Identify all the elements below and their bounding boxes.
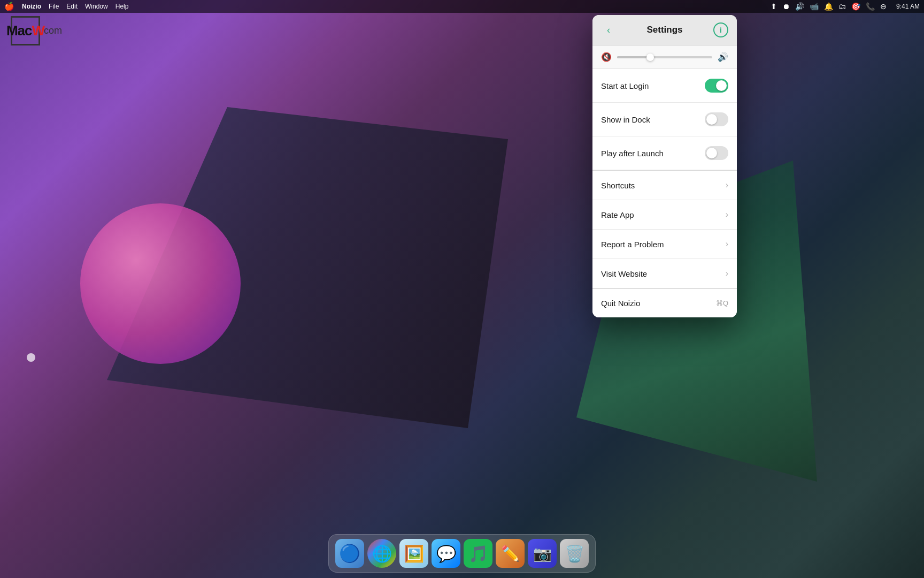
visit-website-chevron-icon: › xyxy=(726,269,728,278)
dock-item-chrome[interactable]: 🌐 xyxy=(367,539,396,568)
menubar-app-name[interactable]: Noizio xyxy=(22,3,41,10)
dock-item-photos[interactable]: 🖼️ xyxy=(399,539,428,568)
quit-row[interactable]: Quit Noizio ⌘Q xyxy=(592,289,737,317)
menubar-right: ⬆ ⏺ 🔊 📹 🔔 🗂 🎯 📞 ⊖ 9:41 AM xyxy=(771,2,920,11)
show-in-dock-label: Show in Dock xyxy=(601,115,650,124)
start-at-login-label: Start at Login xyxy=(601,81,649,90)
dock-item-finder[interactable]: 🔵 xyxy=(335,539,364,568)
settings-header: ‹ Settings i xyxy=(592,15,737,45)
toggle-thumb-2 xyxy=(706,114,717,125)
rate-app-label: Rate App xyxy=(601,210,634,219)
dock-item-screenium[interactable]: 📷 xyxy=(528,539,557,568)
volume-mute-icon: 🔇 xyxy=(601,52,612,62)
photos-icon: 🖼️ xyxy=(404,544,424,563)
start-at-login-row[interactable]: Start at Login xyxy=(592,69,737,103)
quit-shortcut: ⌘Q xyxy=(716,299,728,307)
dock-item-spotify[interactable]: 🎵 xyxy=(464,539,492,568)
apple-menu[interactable]: 🍎 xyxy=(4,2,14,11)
logo-w: W xyxy=(32,22,45,39)
menubar-window[interactable]: Window xyxy=(85,3,108,10)
menubar-icon-9[interactable]: ⊖ xyxy=(880,2,887,11)
report-problem-label: Report a Problem xyxy=(601,240,664,249)
dock-item-messages[interactable]: 💬 xyxy=(432,539,460,568)
settings-panel: ‹ Settings i 🔇 🔊 Start at Login Show in … xyxy=(592,15,737,317)
menubar-icon-2[interactable]: ⏺ xyxy=(782,2,790,11)
logo-border: MacW xyxy=(11,16,40,45)
info-icon: i xyxy=(720,26,722,34)
dock-item-sketchbook[interactable]: ✏️ xyxy=(496,539,525,568)
spotify-icon: 🎵 xyxy=(468,544,488,563)
volume-fill xyxy=(617,56,650,58)
logo-area: MacW .com xyxy=(11,16,62,45)
menubar-icon-5[interactable]: 🔔 xyxy=(824,2,833,11)
shortcuts-label: Shortcuts xyxy=(601,181,635,190)
toggle-thumb xyxy=(716,80,727,91)
quit-label: Quit Noizio xyxy=(601,299,640,308)
play-after-launch-label: Play after Launch xyxy=(601,149,664,158)
play-after-launch-row[interactable]: Play after Launch xyxy=(592,136,737,170)
menubar-icon-3[interactable]: 🔊 xyxy=(795,2,804,11)
back-chevron-icon: ‹ xyxy=(607,25,610,36)
menubar-help[interactable]: Help xyxy=(116,3,129,10)
menubar-icon-8[interactable]: 📞 xyxy=(866,2,875,11)
trash-icon: 🗑️ xyxy=(565,544,584,563)
logo-text: MacW xyxy=(6,22,44,39)
menubar-edit[interactable]: Edit xyxy=(66,3,78,10)
settings-title: Settings xyxy=(646,25,682,35)
back-button[interactable]: ‹ xyxy=(601,22,616,37)
menubar-left: 🍎 Noizio File Edit Window Help xyxy=(4,2,128,11)
start-at-login-toggle[interactable] xyxy=(705,79,728,93)
volume-slider[interactable] xyxy=(617,56,712,58)
sketchbook-icon: ✏️ xyxy=(501,545,520,562)
menubar-time: 9:41 AM xyxy=(896,3,920,10)
chrome-icon: 🌐 xyxy=(372,544,392,563)
menubar-icon-4[interactable]: 📹 xyxy=(810,2,819,11)
rate-app-chevron-icon: › xyxy=(726,210,728,219)
report-problem-row[interactable]: Report a Problem › xyxy=(592,230,737,259)
dock: 🔵 🌐 🖼️ 💬 🎵 ✏️ 📷 🗑️ xyxy=(328,534,596,573)
visit-website-row[interactable]: Visit Website › xyxy=(592,259,737,288)
volume-section: 🔇 🔊 xyxy=(592,45,737,69)
show-in-dock-toggle[interactable] xyxy=(705,112,728,126)
volume-loud-icon: 🔊 xyxy=(718,52,728,62)
visit-website-label: Visit Website xyxy=(601,269,647,278)
decorative-dot xyxy=(27,353,35,362)
menubar-icon-7[interactable]: 🎯 xyxy=(851,2,860,11)
menubar-icon-6[interactable]: 🗂 xyxy=(838,2,846,11)
menubar-file[interactable]: File xyxy=(49,3,59,10)
report-problem-chevron-icon: › xyxy=(726,239,728,249)
play-after-launch-toggle[interactable] xyxy=(705,146,728,160)
menubar: 🍎 Noizio File Edit Window Help ⬆ ⏺ 🔊 📹 🔔… xyxy=(0,0,924,13)
volume-thumb[interactable] xyxy=(646,54,654,61)
decorative-sphere xyxy=(80,203,241,364)
dock-item-trash[interactable]: 🗑️ xyxy=(560,539,589,568)
rate-app-row[interactable]: Rate App › xyxy=(592,200,737,230)
screenium-icon: 📷 xyxy=(533,545,552,562)
show-in-dock-row[interactable]: Show in Dock xyxy=(592,103,737,136)
menubar-icon-1[interactable]: ⬆ xyxy=(771,2,777,11)
shortcuts-row[interactable]: Shortcuts › xyxy=(592,171,737,200)
finder-icon: 🔵 xyxy=(339,543,360,564)
messages-icon: 💬 xyxy=(436,544,456,563)
info-button[interactable]: i xyxy=(713,22,728,37)
shortcuts-chevron-icon: › xyxy=(726,180,728,190)
toggle-thumb-3 xyxy=(706,148,717,158)
